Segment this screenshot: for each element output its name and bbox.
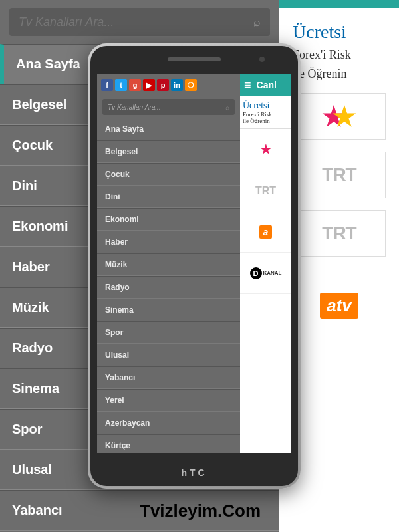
channel-card-star[interactable]: ★★ xyxy=(293,93,386,140)
trt-logo: TRT xyxy=(322,164,356,186)
promo-subtitle: Forex'i Risk xyxy=(293,48,399,62)
channel-card-trt[interactable]: TRT xyxy=(293,210,386,257)
phone-channel-kanald[interactable]: D KANAL xyxy=(240,253,291,294)
teal-header-strip xyxy=(279,0,399,8)
kanald-text: KANAL xyxy=(263,270,282,276)
promo-title: Ücretsi xyxy=(293,21,399,43)
phone-menu-item[interactable]: Haber xyxy=(97,231,240,253)
promo-block: Ücretsi Forex'i Risk ile Öğrenin xyxy=(293,21,399,81)
phone-menu-item[interactable]: Ana Sayfa xyxy=(97,118,240,140)
star-logo-icon: ★ xyxy=(259,141,273,158)
atv-logo: atv xyxy=(320,293,358,319)
bg-search-box[interactable]: ⌕ xyxy=(9,8,270,36)
phone-menu-item[interactable]: Yabancı xyxy=(97,366,240,389)
phone-menu-item[interactable]: Radyo xyxy=(97,276,240,299)
phone-channel-star[interactable]: ★ xyxy=(240,129,291,170)
facebook-icon[interactable]: f xyxy=(101,79,113,91)
social-row: f t g ▶ p in ❍ xyxy=(97,74,240,96)
trt-logo: TRT xyxy=(255,185,276,197)
phone-channel-atv[interactable]: a xyxy=(240,211,291,253)
bg-search-input[interactable] xyxy=(19,15,237,29)
phone-brand: hTC xyxy=(90,467,298,478)
rss-icon[interactable]: ❍ xyxy=(185,79,197,91)
phone-menu: Ana Sayfa Belgesel Çocuk Dini Ekonomi Ha… xyxy=(97,118,240,453)
phone-promo: Ücretsi Forex'i Risk ile Öğrenin xyxy=(240,96,291,129)
phone-menu-item[interactable]: Çocuk xyxy=(97,163,240,186)
phone-channel-trt[interactable]: TRT xyxy=(240,170,291,211)
phone-menu-item[interactable]: Kürtçe xyxy=(97,434,240,453)
trt-logo: TRT xyxy=(322,223,356,244)
phone-menu-item[interactable]: Spor xyxy=(97,321,240,344)
youtube-icon[interactable]: ▶ xyxy=(143,79,155,91)
phone-menu-item[interactable]: Sinema xyxy=(97,299,240,321)
search-icon: ⌕ xyxy=(225,104,229,111)
phone-menu-item[interactable]: Yerel xyxy=(97,389,240,412)
phone-promo-sub: ile Öğrenin xyxy=(243,118,289,124)
linkedin-icon[interactable]: in xyxy=(171,79,183,91)
promo-subtitle: ile Öğrenin xyxy=(293,67,399,81)
phone-menu-item[interactable]: Ulusal xyxy=(97,344,240,366)
camera-icon xyxy=(259,57,265,62)
phone-mockup: f t g ▶ p in ❍ Tv Kanalları Ara... ⌕ Ana… xyxy=(88,43,301,489)
search-icon: ⌕ xyxy=(253,15,261,29)
channel-card-atv[interactable]: atv xyxy=(293,269,386,342)
star-logo-icon: ★★ xyxy=(322,101,356,132)
watermark-text: Tvizleyim.Com xyxy=(140,501,261,521)
phone-search-placeholder: Tv Kanalları Ara... xyxy=(108,104,161,111)
phone-content: ≡ Canl Ücretsi Forex'i Risk ile Öğrenin … xyxy=(240,74,291,453)
kanald-logo: D KANAL xyxy=(250,267,282,279)
phone-promo-title: Ücretsi xyxy=(243,100,289,111)
phone-menu-item[interactable]: Ekonomi xyxy=(97,208,240,231)
twitter-icon[interactable]: t xyxy=(115,79,127,91)
phone-promo-sub: Forex'i Risk xyxy=(243,111,289,118)
phone-header: ≡ Canl xyxy=(240,74,291,96)
hamburger-icon[interactable]: ≡ xyxy=(244,78,251,92)
phone-header-title: Canl xyxy=(257,80,277,90)
phone-menu-item[interactable]: Belgesel xyxy=(97,140,240,163)
phone-screen: f t g ▶ p in ❍ Tv Kanalları Ara... ⌕ Ana… xyxy=(97,74,291,453)
googleplus-icon[interactable]: g xyxy=(129,79,141,91)
phone-menu-item[interactable]: Müzik xyxy=(97,253,240,276)
phone-sidebar: f t g ▶ p in ❍ Tv Kanalları Ara... ⌕ Ana… xyxy=(97,74,240,453)
phone-top-bezel xyxy=(90,46,298,72)
channel-card-trt[interactable]: TRT xyxy=(293,152,386,198)
phone-search-box[interactable]: Tv Kanalları Ara... ⌕ xyxy=(102,99,235,115)
speaker-icon xyxy=(168,57,221,61)
atv-logo: a xyxy=(259,225,273,239)
phone-menu-item[interactable]: Dini xyxy=(97,186,240,208)
phone-body: f t g ▶ p in ❍ Tv Kanalları Ara... ⌕ Ana… xyxy=(90,46,298,486)
phone-menu-item[interactable]: Azerbaycan xyxy=(97,412,240,434)
kanald-d-icon: D xyxy=(250,267,262,279)
pinterest-icon[interactable]: p xyxy=(157,79,169,91)
